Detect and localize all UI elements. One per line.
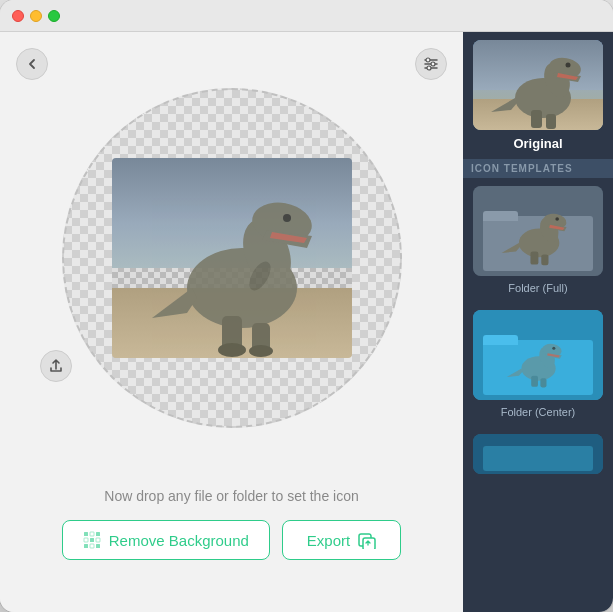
svg-marker-48 [507, 368, 523, 377]
svg-rect-18 [84, 532, 88, 536]
remove-bg-icon [83, 531, 101, 549]
export-icon [358, 531, 376, 549]
svg-rect-26 [96, 544, 100, 548]
back-button[interactable] [16, 48, 48, 80]
template-item-folder-full[interactable]: Folder (Full) [463, 178, 613, 302]
drop-hint: Now drop any file or folder to set the i… [104, 488, 358, 504]
preview-circle [62, 88, 402, 428]
folder-center-thumbnail [473, 310, 603, 400]
template-item-folder-center[interactable]: Folder (Center) [463, 302, 613, 426]
svg-rect-28 [363, 538, 375, 549]
template-item-folder-3[interactable] [463, 426, 613, 482]
top-controls [16, 48, 447, 80]
svg-rect-55 [540, 378, 546, 387]
settings-button[interactable] [415, 48, 447, 80]
svg-rect-36 [531, 110, 542, 128]
folder-full-label: Folder (Full) [508, 282, 567, 294]
svg-rect-37 [546, 114, 556, 129]
svg-point-12 [283, 214, 291, 222]
svg-rect-24 [84, 544, 88, 548]
maximize-button[interactable] [48, 10, 60, 22]
svg-point-4 [431, 62, 435, 66]
original-section: Original [463, 32, 613, 159]
svg-rect-21 [84, 538, 88, 542]
svg-marker-7 [152, 288, 197, 318]
svg-marker-39 [502, 243, 521, 253]
svg-rect-46 [541, 254, 548, 265]
svg-rect-45 [530, 252, 538, 265]
close-button[interactable] [12, 10, 24, 22]
original-label: Original [513, 136, 562, 151]
svg-point-53 [552, 347, 555, 350]
svg-point-3 [426, 58, 430, 62]
svg-rect-20 [96, 532, 100, 536]
svg-rect-25 [90, 544, 94, 548]
svg-rect-23 [96, 538, 100, 542]
dino-preview [112, 158, 352, 358]
svg-marker-30 [491, 98, 517, 112]
original-thumbnail[interactable] [473, 40, 603, 130]
export-button[interactable]: Export [282, 520, 401, 560]
app-window: Now drop any file or folder to set the i… [0, 0, 613, 612]
templates-section-header: ICON TEMPLATES [463, 159, 613, 178]
svg-rect-19 [90, 532, 94, 536]
title-bar [0, 0, 613, 32]
folder-full-thumbnail [473, 186, 603, 276]
left-panel: Now drop any file or folder to set the i… [0, 32, 463, 612]
share-button[interactable] [40, 350, 72, 382]
minimize-button[interactable] [30, 10, 42, 22]
svg-point-44 [555, 217, 559, 221]
traffic-lights [12, 10, 60, 22]
remove-background-button[interactable]: Remove Background [62, 520, 270, 560]
right-panel: Original ICON TEMPLATES [463, 32, 613, 612]
svg-point-5 [427, 66, 431, 70]
folder-3-thumbnail [473, 434, 603, 474]
svg-point-17 [249, 345, 273, 357]
svg-rect-22 [90, 538, 94, 542]
svg-point-35 [566, 63, 571, 68]
content-area: Now drop any file or folder to set the i… [0, 32, 613, 612]
folder-center-label: Folder (Center) [501, 406, 576, 418]
svg-rect-54 [531, 376, 538, 387]
bottom-buttons: Remove Background Export [16, 520, 447, 560]
svg-point-16 [218, 343, 246, 357]
